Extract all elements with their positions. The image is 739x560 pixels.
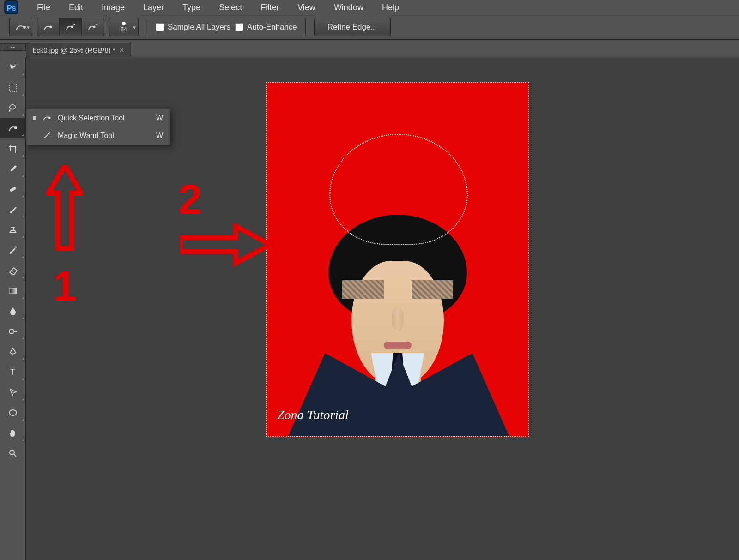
panel-collapse-icon[interactable]: ▸▸ — [0, 43, 26, 51]
flyout-item-key: W — [154, 132, 163, 140]
svg-text:T: T — [10, 367, 15, 377]
quick-selection-tool[interactable] — [0, 118, 26, 138]
menu-filter[interactable]: Filter — [251, 3, 288, 12]
document-tab-title: bck0.jpg @ 25% (RGB/8) * — [33, 46, 115, 54]
svg-point-3 — [23, 26, 26, 29]
new-selection-icon[interactable] — [37, 18, 60, 36]
marquee-tool[interactable] — [0, 78, 26, 98]
menu-edit[interactable]: Edit — [60, 3, 92, 12]
svg-point-14 — [10, 450, 14, 455]
flyout-item-key: W — [154, 114, 163, 122]
auto-enhance-checkbox[interactable]: Auto-Enhance — [235, 23, 297, 32]
zoom-tool[interactable] — [0, 443, 26, 464]
menu-window[interactable]: Window — [325, 3, 373, 12]
menu-layer[interactable]: Layer — [134, 3, 173, 12]
history-brush-tool[interactable] — [0, 240, 26, 260]
flyout-active-indicator — [33, 134, 36, 138]
svg-point-13 — [9, 410, 17, 415]
watermark-text: Zona Tutorial — [277, 408, 349, 422]
svg-point-11 — [9, 329, 14, 334]
annotation-arrow-1: 1 — [46, 165, 83, 311]
add-to-selection-icon[interactable] — [60, 18, 82, 36]
menu-help[interactable]: Help — [373, 3, 408, 12]
svg-point-15 — [48, 117, 51, 119]
toolbox: T — [0, 57, 26, 560]
flyout-quick-selection[interactable]: Quick Selection Tool W — [26, 109, 170, 127]
hand-tool[interactable] — [0, 423, 26, 443]
auto-enhance-label: Auto-Enhance — [247, 23, 297, 32]
menu-image[interactable]: Image — [92, 3, 134, 12]
flyout-magic-wand[interactable]: Magic Wand Tool W — [26, 127, 170, 145]
flyout-item-label: Quick Selection Tool — [58, 114, 148, 122]
blur-tool[interactable] — [0, 301, 26, 321]
annotation-arrow-2: 2 — [180, 187, 273, 270]
svg-point-5 — [71, 26, 73, 28]
tool-flyout: Quick Selection Tool W Magic Wand Tool W — [26, 109, 170, 145]
refine-edge-button[interactable]: Refine Edge... — [314, 18, 391, 36]
lasso-tool[interactable] — [0, 98, 26, 118]
svg-point-6 — [93, 26, 96, 28]
sample-all-layers-checkbox[interactable]: Sample All Layers — [156, 23, 230, 32]
document-canvas[interactable]: Zona Tutorial — [266, 82, 529, 437]
brush-tool[interactable] — [0, 199, 26, 220]
dodge-tool[interactable] — [0, 321, 26, 342]
eraser-tool[interactable] — [0, 260, 26, 281]
svg-rect-9 — [9, 186, 16, 192]
clone-stamp-tool[interactable] — [0, 220, 26, 240]
shape-tool[interactable] — [0, 403, 26, 423]
menu-type[interactable]: Type — [173, 3, 210, 12]
svg-rect-10 — [9, 288, 17, 294]
gradient-tool[interactable] — [0, 281, 26, 301]
quick-select-small-icon — [42, 114, 52, 122]
brush-size-number: 54 — [121, 26, 127, 33]
pen-tool[interactable] — [0, 342, 26, 362]
document-tabbar: bck0.jpg @ 25% (RGB/8) * ✕ — [26, 41, 739, 57]
healing-brush-tool[interactable] — [0, 179, 26, 199]
sample-all-layers-label: Sample All Layers — [168, 23, 230, 32]
flyout-active-indicator — [33, 116, 36, 120]
menu-file[interactable]: File — [28, 3, 60, 12]
svg-text:Ps: Ps — [7, 4, 16, 12]
ps-logo-icon: Ps — [4, 0, 18, 15]
menu-select[interactable]: Select — [210, 3, 251, 12]
current-tool-preset[interactable]: ▼ — [9, 18, 32, 36]
svg-rect-7 — [9, 84, 17, 91]
brush-size-picker[interactable]: 54 ▼ — [109, 18, 139, 36]
brush-size-value[interactable]: 54 ▼ — [109, 18, 138, 36]
svg-point-8 — [14, 126, 17, 129]
close-tab-icon[interactable]: ✕ — [119, 47, 124, 54]
quick-select-icon[interactable]: ▼ — [10, 18, 32, 36]
move-tool[interactable] — [0, 57, 26, 78]
path-selection-tool[interactable] — [0, 382, 26, 403]
document-tab[interactable]: bck0.jpg @ 25% (RGB/8) * ✕ — [26, 43, 131, 57]
type-tool[interactable]: T — [0, 362, 26, 382]
eyedropper-tool[interactable] — [0, 159, 26, 179]
flyout-item-label: Magic Wand Tool — [58, 132, 148, 140]
subtract-from-selection-icon[interactable] — [82, 18, 104, 36]
menu-view[interactable]: View — [288, 3, 325, 12]
magic-wand-icon — [42, 132, 52, 139]
svg-point-4 — [49, 26, 52, 28]
annotation-number-2: 2 — [178, 175, 202, 224]
crop-tool[interactable] — [0, 138, 26, 159]
options-bar: ▼ 54 ▼ Sample All Layers Auto-Enhance Re… — [0, 15, 739, 40]
menubar: Ps File Edit Image Layer Type Select Fil… — [0, 0, 739, 15]
selection-outline — [329, 134, 468, 245]
annotation-number-1: 1 — [53, 262, 76, 311]
selection-mode-group[interactable] — [37, 18, 104, 36]
